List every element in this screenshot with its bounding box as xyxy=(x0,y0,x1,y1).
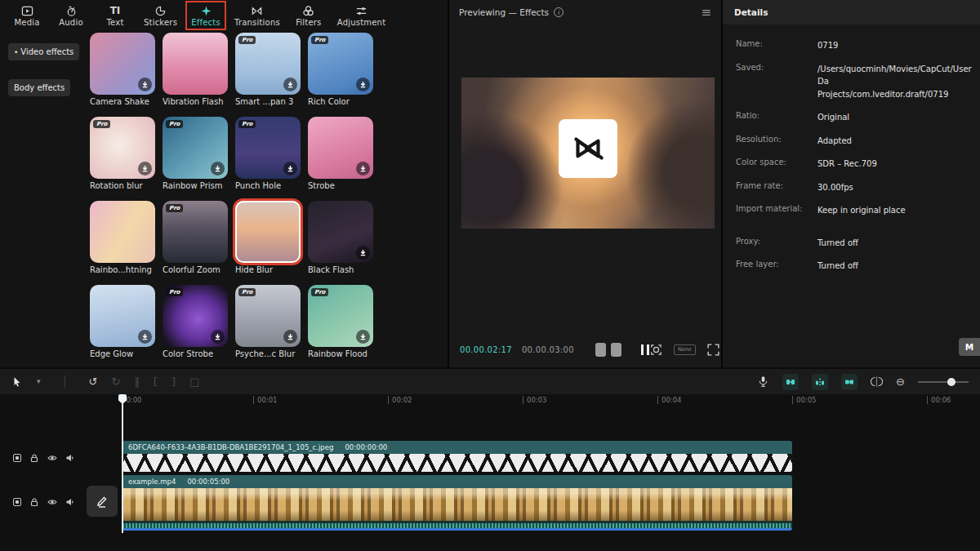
lock-icon[interactable] xyxy=(29,453,39,463)
effect-thumbnail xyxy=(235,201,301,263)
effect-tile[interactable]: Rainbo...htning xyxy=(90,201,155,278)
clip-name: example.mp4 xyxy=(128,478,176,486)
download-icon[interactable] xyxy=(211,330,225,344)
preview-axis-toggle[interactable] xyxy=(871,375,883,388)
frame-back-button[interactable] xyxy=(595,343,606,357)
lock-icon[interactable] xyxy=(29,497,39,507)
tab-text[interactable]: TI Text xyxy=(95,1,136,30)
detail-value: Original xyxy=(817,111,849,124)
tab-adjustment[interactable]: Adjustment xyxy=(332,1,390,30)
upper-panels: Media Audio TI Text Stickers xyxy=(0,0,980,367)
download-icon[interactable] xyxy=(356,246,370,260)
video-preview[interactable] xyxy=(461,78,715,229)
effect-tile[interactable]: Strobe xyxy=(308,117,373,193)
pause-button[interactable] xyxy=(641,344,649,355)
edit-cover-button[interactable] xyxy=(87,486,118,517)
delete-right-button[interactable]: ] xyxy=(172,376,176,387)
effect-tile[interactable]: Pro Punch Hole xyxy=(235,117,301,193)
tab-audio[interactable]: Audio xyxy=(51,1,91,30)
magnet-toggle[interactable] xyxy=(812,374,828,390)
tab-media[interactable]: Media xyxy=(7,1,47,30)
detail-value: 0719 xyxy=(817,39,838,52)
quality-badge[interactable]: None xyxy=(674,344,696,355)
eye-icon[interactable] xyxy=(47,497,57,507)
mute-icon[interactable] xyxy=(65,497,75,507)
tab-transitions[interactable]: Transitions xyxy=(229,1,285,30)
snapshot-icon[interactable] xyxy=(649,343,663,357)
effect-tile-selected[interactable]: Hide Blur xyxy=(235,201,301,278)
detail-row: Import material:Keep in original place xyxy=(736,204,980,217)
slider-handle[interactable] xyxy=(947,378,956,386)
chevron-down-icon[interactable]: ▾ xyxy=(37,378,41,385)
modify-button[interactable]: M xyxy=(959,338,980,356)
effect-tile[interactable]: Pro Rich Color xyxy=(308,33,373,109)
track-type-icon[interactable] xyxy=(13,498,21,506)
category-video-effects[interactable]: •Video effects xyxy=(8,43,79,60)
download-icon[interactable] xyxy=(356,330,370,344)
track-type-icon[interactable] xyxy=(13,454,21,462)
detail-label: Free layer: xyxy=(736,260,817,273)
category-body-effects[interactable]: Body effects xyxy=(8,79,70,96)
download-icon[interactable] xyxy=(283,330,297,344)
link-toggle[interactable] xyxy=(841,374,858,390)
frame-step-buttons[interactable] xyxy=(595,343,621,357)
tab-label: Stickers xyxy=(144,18,177,27)
eye-icon[interactable] xyxy=(47,453,57,463)
effect-name: Rotation blur xyxy=(90,181,155,190)
frame-forward-button[interactable] xyxy=(611,343,621,357)
ruler-label: 00:02 xyxy=(388,396,412,404)
effect-tile[interactable]: Camera Shake xyxy=(90,33,155,109)
delete-button[interactable]: □ xyxy=(189,376,199,387)
effect-thumbnail xyxy=(308,201,373,263)
filters-icon xyxy=(302,4,314,17)
tab-label: Audio xyxy=(59,18,82,27)
download-icon[interactable] xyxy=(211,162,225,176)
effect-tile[interactable]: Pro Smart ...pan 3 xyxy=(235,33,301,109)
playhead[interactable] xyxy=(122,394,123,533)
effect-tile[interactable]: Pro Rotation blur xyxy=(90,117,155,193)
timeline-clip-image[interactable]: 6DFCA640-F633-4A3B-B1DB-DBA1BE291704_1_1… xyxy=(122,441,792,472)
tab-stickers[interactable]: Stickers xyxy=(139,1,182,30)
effect-tile[interactable]: Edge Glow xyxy=(90,285,155,362)
detail-label: Ratio: xyxy=(736,111,817,124)
undo-button[interactable]: ↺ xyxy=(89,376,98,387)
fullscreen-icon[interactable] xyxy=(706,343,720,357)
effect-tile[interactable]: Pro Rainbow Prism xyxy=(163,117,228,193)
total-timecode: 00.00.03:00 xyxy=(522,345,574,354)
download-icon[interactable] xyxy=(138,162,152,176)
preview-menu-icon[interactable]: ≡ xyxy=(701,7,711,19)
mute-icon[interactable] xyxy=(65,453,75,463)
auto-snap-toggle[interactable] xyxy=(782,374,799,390)
download-icon[interactable] xyxy=(283,78,297,91)
detail-row: Ratio:Original xyxy=(736,111,980,124)
effect-thumbnail: Pro xyxy=(235,33,301,95)
effect-tile[interactable]: Pro Psyche...c Blur xyxy=(235,285,301,362)
delete-left-button[interactable]: [ xyxy=(154,376,158,387)
record-voiceover-button[interactable] xyxy=(757,375,769,388)
download-icon[interactable] xyxy=(356,162,370,176)
download-icon[interactable] xyxy=(356,78,370,91)
timeline-clip-video[interactable]: example.mp4 00:00:05:00 xyxy=(122,475,792,531)
zoom-out-button[interactable]: ⊖ xyxy=(896,376,905,387)
download-icon[interactable] xyxy=(138,78,152,91)
effect-tile[interactable]: Pro Rainbow Flood xyxy=(308,285,373,362)
timeline-ruler[interactable]: 00:00 00:01 00:02 00:03 00:04 00:05 00:0… xyxy=(0,396,980,407)
effect-tile[interactable]: Black Flash xyxy=(308,201,373,278)
stickers-icon xyxy=(154,4,167,17)
timeline-zoom-slider[interactable] xyxy=(918,377,969,387)
effect-tile[interactable]: Pro Color Strobe xyxy=(163,285,228,362)
redo-button[interactable]: ↻ xyxy=(111,376,120,387)
details-panel: Details Name:0719 Saved:/Users/quocminh/… xyxy=(723,0,980,367)
effect-tile[interactable]: Pro Colorful Zoom xyxy=(163,201,228,278)
download-icon[interactable] xyxy=(283,162,297,176)
select-tool-button[interactable] xyxy=(11,376,23,388)
info-icon[interactable]: i xyxy=(554,7,564,17)
tab-filters[interactable]: Filters xyxy=(288,1,329,30)
preview-header: Previewing — Effects i ≡ xyxy=(449,0,721,24)
effect-name: Black Flash xyxy=(308,265,373,274)
tab-effects[interactable]: Effects xyxy=(185,1,226,30)
clip-name: 6DFCA640-F633-4A3B-B1DB-DBA1BE291704_1_1… xyxy=(128,443,333,451)
split-button[interactable]: ∥ xyxy=(134,376,140,387)
effect-tile[interactable]: Vibration Flash xyxy=(163,33,228,109)
download-icon[interactable] xyxy=(138,330,152,344)
